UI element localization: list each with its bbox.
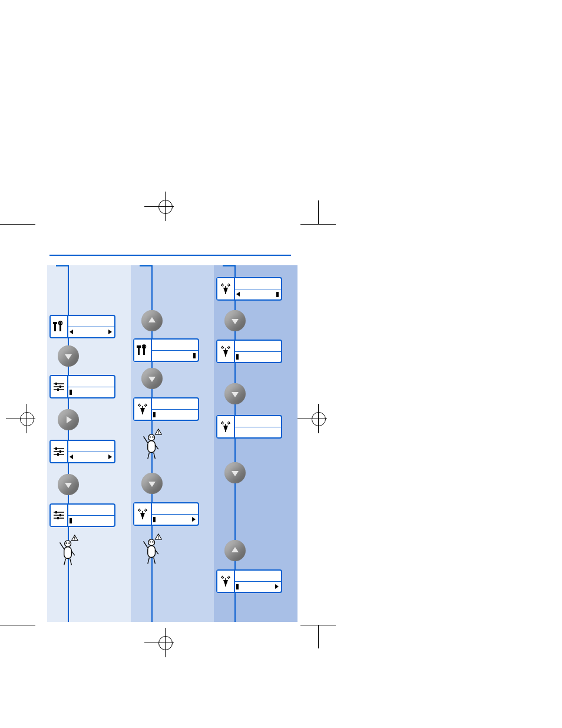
screen-row-bottom (234, 289, 281, 299)
lcd-screen (216, 340, 282, 363)
lcd-screen (49, 440, 115, 463)
screen-icon-cell (134, 340, 152, 361)
lcd-screen (49, 503, 115, 527)
screen-icon-cell (51, 316, 68, 337)
nav-up-button[interactable] (141, 310, 163, 331)
nav-down-button[interactable] (224, 310, 246, 331)
screen-row-bottom (67, 515, 114, 526)
screen-row-top (67, 316, 114, 327)
screen-row-top (67, 505, 114, 516)
lcd-screen (133, 502, 199, 526)
flow-tee (56, 265, 69, 266)
screen-row-bottom (234, 351, 281, 362)
arrow-down-icon (232, 319, 239, 324)
arrow-up-icon (148, 317, 156, 322)
tools-icon (52, 320, 65, 333)
cursor-indicator (236, 354, 239, 360)
nav-down-button[interactable] (224, 462, 246, 483)
arrow-down-icon (65, 483, 72, 488)
lcd-screen (49, 375, 115, 398)
arrow-right-icon (67, 416, 72, 423)
arrow-down-icon (148, 482, 156, 487)
antenna-icon (136, 403, 149, 416)
nav-down-button[interactable] (224, 383, 246, 404)
screen-row-bottom (234, 581, 281, 592)
screen-row-bottom (234, 427, 281, 437)
screen-icon-cell (51, 505, 68, 526)
screen-row-bottom (67, 327, 114, 337)
screen-row-top (151, 398, 198, 410)
flow-column-2 (131, 265, 214, 622)
arrow-down-icon (148, 377, 156, 382)
page-canvas (0, 0, 562, 728)
antenna-icon (136, 508, 149, 521)
screen-icon-cell (134, 503, 152, 525)
screen-icon-cell (217, 571, 235, 592)
arrow-down-icon (232, 392, 239, 397)
nav-right-icon (108, 330, 112, 334)
screen-icon-cell (217, 278, 235, 299)
screen-icon-cell (51, 376, 68, 397)
nav-left-icon (70, 454, 73, 459)
screen-icon-cell (217, 341, 235, 362)
cursor-indicator (236, 584, 239, 589)
nav-down-button[interactable] (141, 368, 163, 389)
nav-right-button[interactable] (58, 409, 79, 430)
warning-robot-icon (139, 533, 165, 566)
screen-row-bottom (151, 350, 198, 361)
flow-column-1 (47, 265, 131, 622)
screen-row-bottom (67, 387, 114, 397)
nav-left-icon (236, 292, 240, 297)
warning-robot-icon (55, 534, 81, 567)
section-rule (49, 255, 291, 256)
cursor-indicator (153, 412, 156, 417)
arrow-down-icon (232, 471, 239, 476)
screen-row-top (234, 341, 281, 352)
flow-column-3 (214, 265, 297, 622)
nav-down-button[interactable] (58, 474, 79, 495)
arrow-down-icon (65, 354, 72, 360)
screen-row-bottom (151, 514, 198, 525)
nav-up-button[interactable] (224, 540, 246, 561)
cursor-indicator (153, 517, 156, 522)
nav-down-button[interactable] (141, 473, 163, 494)
screen-icon-cell (51, 441, 68, 462)
cursor-indicator (70, 518, 72, 523)
antenna-icon (219, 420, 232, 433)
cursor-indicator (70, 390, 72, 395)
antenna-icon (219, 282, 232, 295)
cursor-indicator (276, 292, 279, 297)
tune-icon (52, 380, 65, 393)
flow-columns (47, 265, 297, 622)
tools-icon (136, 344, 149, 357)
lcd-screen (216, 277, 282, 301)
screen-row-top (151, 340, 198, 351)
nav-down-button[interactable] (58, 345, 79, 367)
nav-right-icon (275, 584, 279, 589)
screen-row-bottom (151, 409, 198, 420)
tune-icon (52, 445, 65, 458)
lcd-screen (49, 315, 115, 338)
lcd-screen (216, 569, 282, 593)
screen-row-top (67, 376, 114, 387)
antenna-icon (219, 345, 232, 358)
lcd-screen (133, 338, 199, 362)
warning-robot-icon (139, 428, 165, 461)
screen-row-top (234, 278, 281, 289)
screen-icon-cell (134, 398, 152, 420)
flow-tee (140, 265, 153, 266)
lcd-screen (216, 415, 282, 439)
tune-icon (52, 509, 65, 522)
lcd-screen (133, 397, 199, 421)
screen-row-top (67, 441, 114, 452)
screen-icon-cell (217, 416, 235, 437)
screen-row-top (234, 571, 281, 582)
flow-tee (223, 265, 236, 266)
screen-row-bottom (67, 452, 114, 462)
antenna-icon (219, 575, 232, 588)
arrow-up-icon (232, 547, 239, 552)
cursor-indicator (193, 353, 196, 358)
nav-right-icon (192, 517, 196, 522)
nav-right-icon (108, 454, 112, 459)
nav-left-icon (70, 330, 73, 334)
